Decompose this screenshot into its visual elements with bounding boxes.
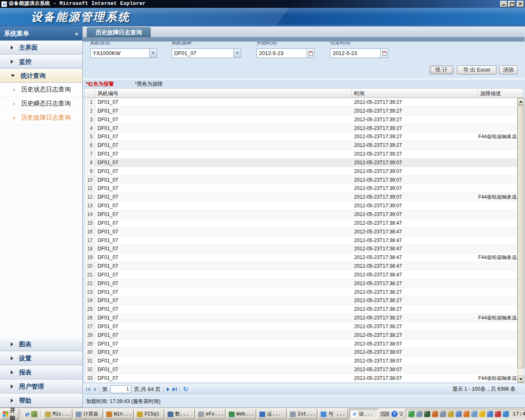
taskbar-task-monitor[interactable]: 数... bbox=[165, 409, 195, 419]
refresh-icon[interactable]: ↻ bbox=[183, 386, 188, 393]
table-row[interactable]: 3DF01_072012-05-23T17:39:27 bbox=[85, 115, 523, 124]
scroll-up-icon[interactable] bbox=[518, 98, 524, 105]
tray-status-circle-icon[interactable] bbox=[424, 411, 430, 417]
sidebar-item-help[interactable]: 帮助 bbox=[0, 394, 82, 408]
sidebar-item-reports[interactable]: 报表 bbox=[0, 365, 82, 379]
tray-expand-icon[interactable]: ▾ bbox=[400, 412, 403, 417]
restore-button[interactable] bbox=[508, 1, 515, 7]
tray-database-icon[interactable] bbox=[448, 411, 454, 417]
sidebar-item-monitoring[interactable]: 监控 bbox=[0, 55, 82, 69]
table-row[interactable]: 12DF01_072012-05-23T17:39:07F44齿轮箱轴承温度 bbox=[85, 193, 523, 202]
clear-button[interactable]: 清除 bbox=[499, 65, 518, 74]
dropdown-arrow-icon[interactable]: ▼ bbox=[233, 49, 241, 58]
start-button[interactable]: 开始 bbox=[1, 409, 19, 419]
table-row[interactable]: 25DF01_072012-05-23T17:38:27 bbox=[85, 305, 523, 314]
table-row[interactable]: 2DF01_072012-05-23T17:39:27 bbox=[85, 107, 523, 115]
tray-topology-icon[interactable] bbox=[440, 411, 446, 417]
table-row[interactable]: 10DF01_072012-05-23T17:39:07 bbox=[85, 176, 523, 185]
dropdown-arrow-icon[interactable]: ▼ bbox=[149, 49, 157, 58]
taskbar-task-monitor-play[interactable]: 运... bbox=[257, 409, 287, 419]
table-row[interactable]: 15DF01_072012-05-23T17:38:47 bbox=[85, 219, 523, 228]
sidebar-subitem-history-transient-log[interactable]: 历史瞬态日志查询 bbox=[0, 97, 82, 111]
tray-services-icon[interactable] bbox=[455, 411, 462, 417]
table-row[interactable]: 21DF01_072012-05-23T17:38:47 bbox=[85, 271, 523, 279]
sidebar-subitem-history-fault-log[interactable]: 历史故障日志查询 bbox=[0, 111, 82, 125]
table-row[interactable]: 31DF01_072012-05-23T17:38:07 bbox=[85, 357, 523, 365]
tray-chart-icon[interactable] bbox=[432, 411, 438, 417]
taskbar-task-cube[interactable]: Int... bbox=[288, 409, 317, 419]
tray-user-session-icon[interactable] bbox=[471, 411, 477, 417]
table-row[interactable]: 1DF01_072012-05-23T17:39:27 bbox=[85, 98, 523, 107]
taskbar-task-globe[interactable]: Web... bbox=[227, 409, 256, 419]
table-row[interactable]: 33DF01_072012-05-23T17:38:07F44齿轮箱轴承温度 bbox=[85, 374, 523, 383]
collapse-sidebar-icon[interactable]: « bbox=[75, 30, 78, 37]
table-row[interactable]: 14DF01_072012-05-23T17:39:07 bbox=[85, 210, 523, 219]
table-row[interactable]: 19DF01_072012-05-23T17:38:47F44齿轮箱轴承温度 bbox=[85, 253, 523, 262]
first-page-button[interactable] bbox=[86, 387, 90, 391]
statistics-button[interactable]: 统 计 bbox=[429, 65, 453, 74]
table-row[interactable]: 28DF01_072012-05-23T17:38:27 bbox=[85, 331, 523, 340]
tray-security-shield-icon[interactable] bbox=[479, 411, 485, 417]
tray-messenger-icon[interactable] bbox=[503, 411, 509, 417]
table-row[interactable]: 24DF01_072012-05-23T17:38:27 bbox=[85, 296, 523, 305]
table-row[interactable]: 16DF01_072012-05-23T17:38:47 bbox=[85, 228, 523, 236]
table-row[interactable]: 4DF01_072012-05-23T17:39:27 bbox=[85, 124, 523, 133]
sidebar-subitem-history-status-log[interactable]: 历史状态日志查询 bbox=[0, 83, 82, 97]
table-row[interactable]: 8DF01_072012-05-23T17:39:07 bbox=[85, 158, 523, 167]
last-page-button[interactable] bbox=[173, 387, 177, 391]
tab-history-fault-log[interactable]: 历史故障日志查询 bbox=[87, 27, 151, 37]
table-row[interactable]: 5DF01_072012-05-23T17:39:27F44齿轮箱轴承温度 bbox=[85, 132, 523, 141]
tray-media-icon[interactable] bbox=[463, 411, 470, 417]
next-page-button[interactable] bbox=[167, 387, 170, 391]
quicklaunch-desktop-icon[interactable] bbox=[31, 411, 37, 417]
column-turbine-id[interactable]: 风机编号 bbox=[95, 89, 352, 98]
end-date-picker-button[interactable] bbox=[381, 48, 388, 58]
table-row[interactable]: 18DF01_072012-05-23T17:38:47 bbox=[85, 245, 523, 253]
tray-disconnected-icon[interactable] bbox=[495, 411, 501, 417]
tray-display-icon[interactable] bbox=[416, 411, 422, 417]
scroll-down-icon[interactable] bbox=[518, 376, 524, 383]
tray-network-pair-icon[interactable] bbox=[487, 411, 493, 417]
sidebar-item-user-management[interactable]: 用户管理 bbox=[0, 379, 82, 394]
quicklaunch-ie-icon[interactable]: e bbox=[25, 411, 29, 418]
taskbar-task-database[interactable]: FCSql bbox=[135, 409, 164, 419]
sidebar-item-charts[interactable]: 图表 bbox=[0, 337, 82, 351]
taskbar-task-app[interactable]: Mic... bbox=[43, 409, 72, 419]
taskbar-task-chat[interactable]: 与 ... bbox=[319, 409, 348, 419]
fan-select-select[interactable]: DF01_07 ▼ bbox=[172, 48, 241, 58]
taskbar-task-printer[interactable]: eFo... bbox=[196, 409, 225, 419]
table-row[interactable]: 23DF01_072012-05-23T17:38:27 bbox=[85, 288, 523, 297]
sidebar-item-settings[interactable]: 设置 bbox=[0, 351, 82, 365]
table-row[interactable]: 29DF01_072012-05-23T17:38:07 bbox=[85, 340, 523, 348]
table-row[interactable]: 6DF01_072012-05-23T17:39:27 bbox=[85, 141, 523, 150]
close-button[interactable]: × bbox=[517, 1, 524, 7]
table-row[interactable]: 26DF01_072012-05-23T17:38:27F44齿轮箱轴承温度 bbox=[85, 314, 523, 322]
previous-page-button[interactable] bbox=[93, 387, 96, 391]
table-row[interactable]: 7DF01_072012-05-23T17:39:27 bbox=[85, 150, 523, 158]
table-row[interactable]: 17DF01_072012-05-23T17:38:47 bbox=[85, 236, 523, 245]
table-row[interactable]: 30DF01_072012-05-23T17:38:07 bbox=[85, 348, 523, 357]
taskbar-task-ie[interactable]: e设... bbox=[349, 409, 379, 419]
table-row[interactable]: 22DF01_072012-05-23T17:38:27 bbox=[85, 279, 523, 288]
tray-network-globe-icon[interactable] bbox=[408, 411, 415, 417]
column-time[interactable]: 时间 bbox=[352, 89, 478, 98]
table-row[interactable]: 32DF01_072012-05-23T17:38:07 bbox=[85, 365, 523, 374]
export-excel-button[interactable]: 导 出 Excel bbox=[457, 65, 496, 74]
minimize-button[interactable] bbox=[500, 1, 507, 7]
help-icon[interactable]: ? bbox=[391, 411, 398, 417]
fan-type-select[interactable]: YX1000KW ▼ bbox=[90, 48, 157, 58]
table-row[interactable]: 11DF01_072012-05-23T17:39:07 bbox=[85, 184, 523, 193]
page-number-input[interactable]: 1 bbox=[110, 385, 131, 393]
taskbar-task-calculator[interactable]: 计算器 bbox=[74, 409, 103, 419]
end-date-input[interactable]: 2012-5-23 bbox=[330, 48, 381, 58]
vertical-scrollbar[interactable] bbox=[517, 98, 524, 383]
taskbar-task-media[interactable]: Win... bbox=[104, 409, 134, 419]
table-row[interactable]: 20DF01_072012-05-23T17:38:47 bbox=[85, 262, 523, 271]
table-row[interactable]: 27DF01_072012-05-23T17:38:27 bbox=[85, 322, 523, 331]
sidebar-item-statistics-query[interactable]: 统计查询 bbox=[0, 69, 82, 83]
start-date-picker-button[interactable] bbox=[307, 48, 314, 58]
scrollbar-thumb[interactable] bbox=[518, 105, 524, 368]
table-row[interactable]: 9DF01_072012-05-23T17:39:07 bbox=[85, 167, 523, 176]
start-date-input[interactable]: 2012-5-23 bbox=[257, 48, 307, 58]
column-fault-description[interactable]: 故障描述 bbox=[478, 89, 523, 98]
